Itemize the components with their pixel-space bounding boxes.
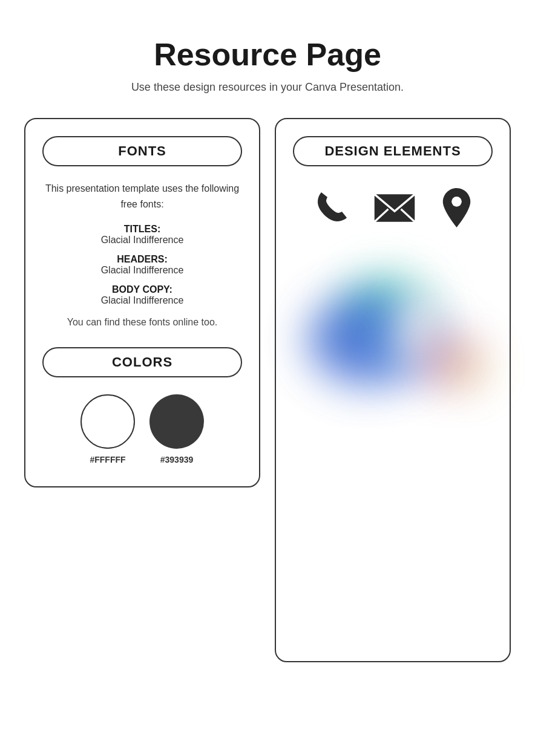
blob-yellow <box>441 348 484 385</box>
fonts-note: You can find these fonts online too. <box>42 314 242 330</box>
design-elements-badge-label: DESIGN ELEMENTS <box>324 143 461 158</box>
design-elements-card: DESIGN ELEMENTS <box>275 118 511 662</box>
colors-row: #FFFFFF #393939 <box>42 394 242 464</box>
gradient-blob <box>296 270 490 403</box>
colors-badge-label: COLORS <box>112 354 172 370</box>
body-font: BODY COPY: Glacial Indifference <box>42 284 242 306</box>
design-elements-badge: DESIGN ELEMENTS <box>293 136 493 166</box>
color-hex-white: #FFFFFF <box>90 455 125 464</box>
headers-value: Glacial Indifference <box>42 265 242 276</box>
color-hex-dark: #393939 <box>160 455 194 464</box>
mail-icon <box>373 193 416 223</box>
headers-font: HEADERS: Glacial Indifference <box>42 254 242 276</box>
fonts-badge: FONTS <box>42 136 242 166</box>
colors-badge: COLORS <box>42 347 242 377</box>
color-white: #FFFFFF <box>80 394 135 464</box>
page-subtitle: Use these design resources in your Canva… <box>131 81 404 94</box>
location-pin-icon <box>440 188 473 227</box>
fonts-intro-text: This presentation template uses the foll… <box>42 181 242 212</box>
cards-row: FONTS This presentation template uses th… <box>24 118 511 662</box>
body-label: BODY COPY: <box>42 284 242 295</box>
color-swatch-white <box>80 394 135 449</box>
fonts-colors-card: FONTS This presentation template uses th… <box>24 118 260 487</box>
icons-row <box>313 188 473 227</box>
phone-icon <box>313 190 349 226</box>
body-value: Glacial Indifference <box>42 295 242 306</box>
color-dark: #393939 <box>149 394 204 464</box>
page-title: Resource Page <box>154 36 381 73</box>
color-swatch-dark <box>149 394 204 449</box>
titles-label: TITLES: <box>42 224 242 235</box>
titles-font: TITLES: Glacial Indifference <box>42 224 242 246</box>
svg-point-3 <box>451 197 462 207</box>
fonts-badge-label: FONTS <box>118 143 166 158</box>
location-icon-item <box>440 188 473 227</box>
mail-icon-item <box>373 193 416 223</box>
titles-value: Glacial Indifference <box>42 235 242 246</box>
headers-label: HEADERS: <box>42 254 242 265</box>
phone-icon-item <box>313 190 349 226</box>
